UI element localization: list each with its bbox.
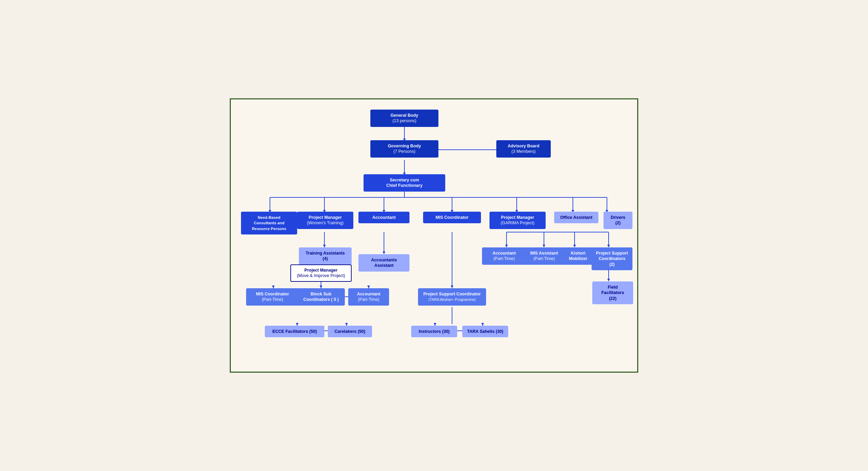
pm-garima-node: Project Manager (GARIMA Project) — [489, 212, 546, 229]
svg-marker-27 — [383, 251, 385, 254]
svg-marker-57 — [434, 323, 436, 326]
svg-marker-34 — [543, 245, 545, 247]
svg-marker-32 — [505, 245, 508, 247]
office-assistant-node: Office Assistant — [554, 212, 598, 223]
mis-assistant-node: MIS Assistant (Part-Time) — [523, 247, 565, 265]
ecce-node: ECCE Facilitators (50) — [265, 326, 324, 337]
accountant-garima-node: Accountant (Part-Time) — [482, 247, 526, 265]
block-sub-node: Block SubCoordinators ( 5 ) — [297, 288, 345, 306]
tara-sahelis-node: TARA Sahelis (30) — [462, 326, 508, 337]
chart-wrap: General Body (13 persons) Governing Body… — [238, 106, 632, 365]
svg-marker-46 — [320, 286, 322, 288]
drivers-node: Drivers (2) — [604, 212, 632, 229]
svg-marker-23 — [323, 245, 326, 247]
project-support-tara-node: Project Support Coordinator (TARA Akshar… — [418, 288, 486, 306]
need-based-node: Need-BasedConsultants andResource Person… — [241, 212, 297, 234]
svg-marker-44 — [272, 286, 275, 288]
secretary-node: Secretary cumChief Functionary — [364, 174, 445, 192]
svg-marker-36 — [573, 245, 576, 247]
svg-marker-59 — [481, 323, 484, 326]
svg-marker-54 — [345, 323, 348, 326]
pm-womens-node: Project Manager (Women's Training) — [297, 212, 353, 229]
instructors-node: Instructors (30) — [411, 326, 457, 337]
svg-marker-38 — [607, 245, 610, 247]
accountant2-node: Accountant (Part-Time) — [348, 288, 389, 306]
general-body-node: General Body (13 persons) — [370, 110, 438, 127]
svg-marker-52 — [296, 323, 299, 326]
training-assistants-node: Training Assistants(4) — [299, 247, 352, 265]
pm-move-node: Project Manager (Move & Improve Project) — [290, 264, 352, 282]
caretakers-node: Caretakers (50) — [328, 326, 372, 337]
advisory-board-node: Advisory Board (3 Members) — [496, 140, 551, 158]
accountants-assistant-node: AccountantsAssistant — [358, 254, 409, 272]
mis-coordinator2-node: MIS Coordinator (Part-Time) — [246, 288, 299, 306]
svg-marker-48 — [367, 286, 370, 288]
svg-marker-29 — [451, 286, 453, 288]
svg-marker-41 — [607, 279, 610, 281]
governing-body-node: Governing Body (7 Persons) — [370, 140, 438, 158]
accountant-node: Accountant — [358, 212, 409, 223]
field-facilitators-node: Field Facilitators(22) — [592, 281, 633, 304]
project-support-coords-node: Project SupportCoordinators (2) — [592, 247, 632, 270]
kishori-node: KishoriMobilizer — [560, 247, 596, 265]
mis-coordinator-node: MIS Coordinator — [423, 212, 481, 223]
org-chart-container: General Body (13 persons) Governing Body… — [230, 98, 638, 373]
